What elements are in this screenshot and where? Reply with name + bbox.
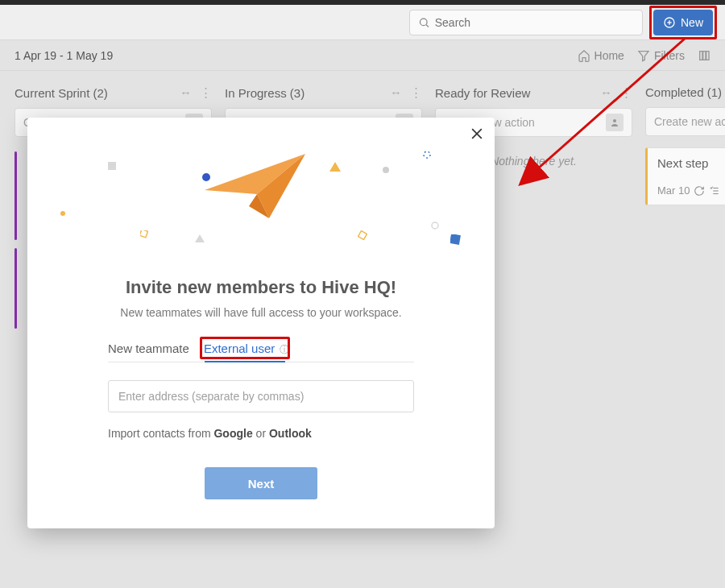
tab-new-teammate[interactable]: New teammate [108,342,189,357]
svg-point-26 [383,167,389,173]
svg-rect-23 [140,230,148,238]
svg-rect-30 [450,234,461,245]
deco-circle [430,221,440,230]
deco-circle [60,210,66,217]
import-outlook-link[interactable]: Outlook [269,427,312,440]
svg-rect-28 [358,231,367,240]
deco-square [140,230,148,238]
svg-rect-20 [108,162,116,170]
modal-tabs: New teammate External user ⓘ [108,342,414,362]
invite-modal: Invite new members to Hive HQ! New teamm… [27,118,495,528]
svg-marker-24 [195,234,205,242]
deco-spin [422,150,432,159]
import-contacts-line: Import contacts from Google or Outlook [108,427,414,440]
modal-title: Invite new members to Hive HQ! [27,277,495,298]
deco-square [108,162,116,170]
email-input-wrap [108,380,414,412]
modal-subtitle: New teammates will have full access to y… [27,306,495,319]
deco-triangle [329,162,341,172]
email-input[interactable] [108,380,414,412]
svg-point-29 [432,222,438,229]
paper-plane-icon [201,150,313,222]
svg-point-22 [60,211,65,216]
tab-external-user[interactable]: External user ⓘ [204,342,289,357]
deco-circle [382,166,390,174]
next-button[interactable]: Next [205,467,317,499]
modal-illustration [27,118,495,246]
tab-external-label: External user [204,342,275,355]
import-prefix: Import contacts from [108,427,213,440]
svg-marker-25 [329,162,341,172]
svg-point-21 [202,173,210,181]
deco-triangle [195,234,205,242]
svg-point-27 [424,151,430,158]
import-or: or [256,427,269,440]
deco-circle [201,172,211,182]
import-google-link[interactable]: Google [213,427,252,440]
deco-square [358,230,367,240]
help-icon[interactable]: ⓘ [276,344,288,355]
deco-square [450,234,462,246]
